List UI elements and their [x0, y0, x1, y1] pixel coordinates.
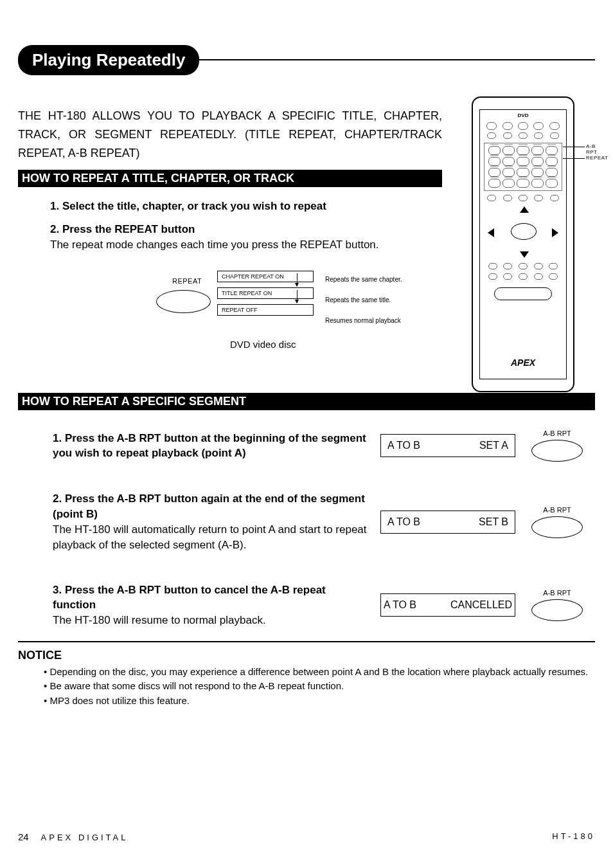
- ab-display-right: SET B: [479, 516, 508, 528]
- state-list: CHAPTER REPEAT ON TITLE REPEAT ON REPEAT…: [217, 271, 314, 321]
- ab-btn-label: A-B RPT: [528, 506, 586, 514]
- intro-text: THE HT-180 ALLOWS YOU TO PLAYBACK A SPEC…: [18, 107, 442, 162]
- section1-step1: 1. Select the title, chapter, or track y…: [50, 200, 442, 213]
- state-desc: Repeats the same title.: [325, 296, 391, 303]
- footer-model: HT-180: [552, 831, 595, 842]
- ab-step-body: The HT-180 will resume to normal playbac…: [53, 613, 368, 628]
- state-desc: Resumes normal playback: [325, 317, 401, 324]
- ab-btn-label: A-B RPT: [528, 589, 586, 597]
- ab-display-left: A TO B: [387, 516, 420, 528]
- down-arrow-icon: [297, 290, 298, 303]
- ab-step: 3. Press the A-B RPT button to cancel th…: [53, 583, 595, 628]
- ab-button-drawing: [531, 599, 583, 621]
- dvd-caption: DVD video disc: [230, 339, 296, 350]
- footer-left: 24 APEX DIGITAL: [18, 831, 129, 842]
- state-desc: Repeats the same chapter.: [325, 276, 402, 283]
- callout-line: [563, 147, 585, 147]
- page-title: Playing Repeatedly: [18, 45, 199, 75]
- section1-heading: HOW TO REPEAT A TITLE, CHAPTER, OR TRACK: [18, 170, 442, 187]
- state-text: TITLE REPEAT ON: [222, 290, 272, 296]
- state-text: CHAPTER REPEAT ON: [222, 273, 284, 280]
- ab-step: 1. Press the A-B RPT button at the begin…: [53, 429, 595, 462]
- state-text: REPEAT OFF: [222, 307, 258, 313]
- ab-display-left: A TO B: [384, 599, 416, 611]
- state-box: REPEAT OFF: [217, 304, 314, 316]
- remote-abrpt-label: A-B RPT: [586, 143, 598, 155]
- ab-display: A TO B SET A: [380, 434, 515, 457]
- remote-control-drawing: DVD: [472, 96, 574, 392]
- ab-btn-label: A-B RPT: [528, 429, 586, 437]
- ab-step-bold: 2. Press the A-B RPT button again at the…: [53, 491, 368, 522]
- down-arrow-icon: [297, 273, 298, 286]
- ab-step-body: The HT-180 will automatically return to …: [53, 522, 368, 553]
- section1-step2-body: The repeat mode changes each time you pr…: [50, 239, 442, 251]
- ab-display-right: CANCELLED: [450, 599, 512, 611]
- section1-step2: 2. Press the REPEAT button: [50, 223, 442, 236]
- state-box: CHAPTER REPEAT ON: [217, 271, 314, 282]
- ab-display-right: SET A: [479, 440, 508, 451]
- ab-step: 2. Press the A-B RPT button again at the…: [53, 491, 595, 552]
- section1-steps: 1. Select the title, chapter, or track y…: [18, 200, 442, 251]
- ab-step-bold: 3. Press the A-B RPT button to cancel th…: [53, 583, 368, 613]
- ab-display: A TO B CANCELLED: [380, 593, 515, 617]
- title-area: Playing Repeatedly: [18, 45, 595, 75]
- notice-item: • MP3 does not utilize this feature.: [44, 694, 595, 709]
- ab-step-bold: 1. Press the A-B RPT button at the begin…: [53, 431, 368, 462]
- ab-button-drawing: [531, 440, 583, 462]
- page-number: 24: [18, 831, 29, 842]
- notice-item: • Depending on the disc, you may experie…: [44, 665, 595, 680]
- state-box: TITLE REPEAT ON: [217, 287, 314, 299]
- ab-button-drawing: [531, 516, 583, 538]
- ab-display-left: A TO B: [387, 440, 420, 451]
- brand-logo: APEX: [473, 357, 573, 368]
- notice-item: • Be aware that some discs will not resp…: [44, 679, 595, 694]
- remote-repeat-label: REPEAT: [586, 155, 608, 161]
- repeat-button-drawing: [156, 290, 211, 313]
- section2-heading: HOW TO REPEAT A SPECIFIC SEGMENT: [18, 393, 595, 410]
- notice-heading: NOTICE: [18, 649, 595, 662]
- divider: [18, 641, 595, 642]
- ab-display: A TO B SET B: [380, 511, 515, 534]
- callout-line: [563, 158, 585, 159]
- notice-list: • Depending on the disc, you may experie…: [18, 665, 595, 709]
- footer-brand: APEX DIGITAL: [41, 833, 129, 842]
- repeat-label: REPEAT: [172, 277, 202, 285]
